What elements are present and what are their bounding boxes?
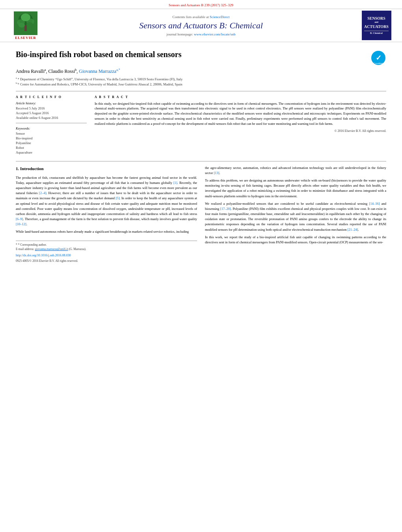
section-1-title: 1. Introduction	[16, 165, 197, 172]
svg-point-4	[21, 13, 30, 21]
elsevier-brand-text: ELSEVIER	[15, 36, 36, 40]
received-date: Received 5 July 2016	[16, 106, 87, 110]
journal-header: ELSEVIER Contents lists available at Sci…	[0, 9, 402, 42]
article-title-row: Bio-inspired fish robot based on chemica…	[16, 50, 386, 66]
journal-title-area: Contents lists available at ScienceDirec…	[43, 15, 359, 36]
article-history-label: Article history:	[16, 101, 87, 105]
sensors-logo-text: SENSORS and ACTUATORS B: Chemical	[364, 16, 389, 35]
body-paragraph-5: We realized a polyaniline-modified senso…	[205, 201, 386, 232]
citation-text: Sensors and Actuators B 239 (2017) 325–3…	[169, 3, 233, 7]
doi-link[interactable]: http://dx.doi.org/10.1016/j.snb.2016.08.…	[16, 253, 197, 258]
section-name: Introduction	[20, 166, 44, 171]
body-paragraph-1: The production of fish, crustaceans and …	[16, 175, 197, 227]
issn-text: 0925-4005/© 2016 Elsevier B.V. All right…	[16, 259, 197, 263]
affiliation-b: b ᵇ Centre for Automation and Robotics, …	[16, 82, 386, 86]
elsevier-tree-icon	[14, 11, 37, 35]
keyword-4: Robot	[16, 146, 87, 150]
footnote-section: * * Corresponding author. E-mail address…	[16, 241, 197, 263]
sensors-logo: SENSORS and ACTUATORS B: Chemical	[359, 11, 394, 40]
svg-text:✓: ✓	[376, 54, 382, 62]
footnote-email-line: E-mail address: giovanna.marrazza@unifi.…	[16, 247, 197, 252]
keyword-2: Bio-inspired	[16, 136, 87, 140]
keyword-1: Sensor	[16, 132, 87, 135]
journal-homepage-line: journal homepage: www.elsevier.com/locat…	[43, 32, 359, 36]
svg-text:CrossMark: CrossMark	[374, 62, 383, 65]
keyword-3: Polyaniline	[16, 141, 87, 145]
body-paragraph-4: To address this problem, we are designin…	[205, 178, 386, 199]
journal-citation: Sensors and Actuators B 239 (2017) 325–3…	[0, 0, 402, 9]
available-date: Available online 6 August 2016	[16, 116, 87, 120]
contents-available: Contents lists available at ScienceDirec…	[43, 15, 359, 19]
article-title: Bio-inspired fish robot based on chemica…	[16, 50, 367, 59]
body-content: 1. Introduction The production of fish, …	[16, 165, 386, 263]
body-col-right: the agro-alimentary sector, automation, …	[205, 165, 386, 263]
authors-line: Andrea Ravallia, Claudio Rossib, Giovann…	[16, 68, 386, 74]
body-paragraph-6: In this work, we report the study of a b…	[205, 235, 386, 245]
keywords-label: Keywords:	[16, 126, 87, 130]
affiliations-block: a ᵃ Department of Chemistry “Ugo Schiff”…	[16, 77, 386, 86]
keyword-5: Aquaculture	[16, 150, 87, 154]
body-paragraph-2: While land-based autonomous robots have …	[16, 229, 197, 234]
abstract-text: In this study, we designed bio-inspired …	[95, 101, 386, 126]
info-abstract-section: A R T I C L E I N F O Article history: R…	[16, 91, 386, 155]
footnote-email-link[interactable]: giovanna.marrazza@unifi.it	[35, 247, 68, 251]
affiliation-a: a ᵃ Department of Chemistry “Ugo Schiff”…	[16, 77, 386, 81]
body-col-left: 1. Introduction The production of fish, …	[16, 165, 197, 263]
body-paragraph-3: the agro-alimentary sector, automation, …	[205, 165, 386, 176]
elsevier-logo: ELSEVIER	[8, 11, 43, 40]
svg-point-6	[19, 23, 25, 28]
journal-homepage-link[interactable]: www.elsevier.com/locate/snb	[194, 32, 235, 36]
abstract-panel: A B S T R A C T In this study, we design…	[95, 95, 386, 155]
body-divider	[16, 161, 386, 161]
sensors-logo-image: SENSORS and ACTUATORS B: Chemical	[362, 11, 391, 40]
section-number: 1.	[16, 166, 19, 171]
svg-point-7	[26, 22, 33, 27]
crossmark-logo: ✓ CrossMark	[370, 50, 386, 66]
info-divider	[16, 123, 87, 123]
svg-rect-5	[24, 25, 27, 31]
article-info-panel: A R T I C L E I N F O Article history: R…	[16, 95, 87, 155]
sciencedirect-link[interactable]: ScienceDirect	[210, 15, 229, 19]
main-content-area: Bio-inspired fish robot based on chemica…	[0, 42, 402, 271]
journal-name: Sensors and Actuators B: Chemical	[43, 20, 359, 31]
accepted-date: Accepted 5 August 2016	[16, 111, 87, 115]
abstract-copyright: © 2016 Elsevier B.V. All rights reserved…	[95, 129, 386, 133]
article-info-header: A R T I C L E I N F O	[16, 95, 87, 99]
abstract-header: A B S T R A C T	[95, 95, 386, 99]
footnote-corresponding: * * Corresponding author.	[16, 243, 197, 247]
keywords-list: Sensor Bio-inspired Polyaniline Robot Aq…	[16, 132, 87, 154]
